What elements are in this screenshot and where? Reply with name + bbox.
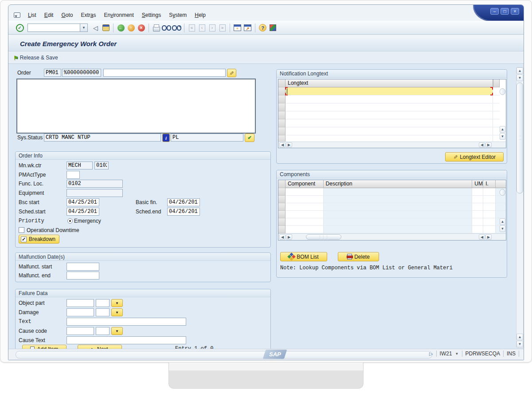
operational-downtime-checkbox[interactable] — [19, 227, 24, 233]
edit-text-button[interactable]: ✎ — [227, 69, 236, 77]
object-part-group-field[interactable] — [66, 299, 94, 307]
row-selector[interactable] — [278, 95, 286, 103]
pmacttype-field[interactable] — [66, 171, 80, 179]
components-row[interactable] — [278, 203, 506, 211]
longtext-row[interactable] — [278, 87, 506, 95]
text-field[interactable] — [66, 318, 186, 326]
components-cell[interactable] — [472, 226, 483, 233]
longtext-column-header[interactable]: Longtext — [286, 79, 493, 87]
nextpage-icon[interactable]: › — [207, 24, 217, 32]
longtext-row[interactable] — [278, 119, 506, 127]
menu-item-settings[interactable]: Settings — [138, 11, 165, 20]
exit-icon[interactable]: ↑ — [126, 24, 136, 32]
components-cell[interactable] — [324, 203, 473, 211]
components-cell[interactable] — [324, 188, 473, 196]
command-dropdown-icon[interactable]: ▼ — [80, 24, 88, 32]
row-selector[interactable] — [278, 127, 286, 135]
cause-text-field[interactable] — [66, 336, 186, 344]
components-cell[interactable] — [286, 218, 324, 226]
session-icon[interactable]: ✳ — [233, 24, 242, 32]
longtext-active-cell[interactable] — [286, 87, 493, 95]
close-icon[interactable]: × — [511, 8, 519, 15]
transaction-code[interactable]: IW21 — [440, 351, 452, 357]
bom-list-button[interactable]: BOM List — [280, 252, 327, 261]
command-field[interactable] — [27, 24, 80, 32]
menu-item-system[interactable]: System — [165, 11, 191, 20]
damage-code-field[interactable] — [96, 308, 110, 316]
row-selector[interactable] — [278, 119, 286, 127]
main-vscroll-down2-icon[interactable]: ▼ — [516, 341, 523, 347]
row-selector[interactable] — [278, 103, 286, 111]
components-cell[interactable] — [286, 211, 324, 218]
row-selector[interactable] — [278, 226, 286, 233]
components-column-header-i[interactable]: I. — [483, 180, 496, 188]
main-vscroll-up-icon[interactable]: ▲ — [516, 67, 523, 74]
longtext-editor-button[interactable]: ✎ Longtext Editor — [445, 152, 504, 162]
malfunct-end-field[interactable] — [66, 272, 99, 280]
menu-item-list[interactable]: List — [24, 11, 40, 20]
longtext-vscroll-thumb[interactable] — [500, 88, 505, 95]
find-icon[interactable] — [162, 24, 171, 32]
print-icon[interactable] — [152, 24, 161, 32]
add-item-button[interactable]: Add Item — [22, 345, 66, 349]
components-cell[interactable] — [483, 188, 496, 196]
longtext-vscroll-up-icon[interactable]: ▲ — [500, 126, 505, 133]
cause-code-field[interactable] — [96, 327, 110, 335]
func-loc-field[interactable] — [66, 180, 123, 188]
row-selector[interactable] — [278, 188, 286, 196]
performance-assistant-icon[interactable]: ▷ — [429, 351, 433, 357]
components-cell[interactable] — [286, 188, 324, 196]
row-selector[interactable] — [278, 111, 286, 119]
longtext-row[interactable] — [278, 111, 506, 119]
components-hscroll-left2-icon[interactable]: ◀ — [479, 234, 485, 240]
longtext-cell[interactable] — [286, 111, 493, 119]
cause-group-field[interactable] — [66, 327, 94, 335]
components-row[interactable] — [278, 226, 506, 233]
damage-group-field[interactable] — [66, 308, 94, 316]
components-row[interactable] — [278, 188, 506, 196]
components-hscroll-thumb[interactable]: ⋮⋮⋮ — [306, 234, 341, 240]
lastpage-icon[interactable]: » — [218, 24, 227, 32]
order-type-field[interactable] — [44, 69, 61, 77]
malfunct-start-field[interactable] — [66, 263, 99, 271]
select-all-cell[interactable] — [278, 79, 286, 87]
longtext-cell[interactable] — [286, 103, 493, 111]
save-icon[interactable] — [101, 24, 110, 32]
backnav-icon[interactable]: ◁ — [91, 24, 100, 32]
user-status-field[interactable] — [171, 134, 243, 142]
longtext-hscroll-right-icon[interactable]: ▶ — [286, 142, 292, 147]
components-cell[interactable] — [483, 203, 496, 211]
breakdown-checkbox[interactable] — [21, 236, 27, 242]
shortcut-icon[interactable]: ↗ — [243, 24, 252, 32]
back-icon[interactable]: ← — [116, 24, 125, 32]
components-column-header-component[interactable]: Component — [286, 180, 324, 188]
help-icon[interactable]: ? — [258, 24, 267, 32]
breakdown-toggle[interactable]: Breakdown — [19, 235, 59, 244]
chevron-down-icon[interactable]: ▼ — [455, 352, 459, 356]
components-cell[interactable] — [472, 196, 483, 203]
sys-status-field[interactable] — [44, 134, 161, 142]
longtext-vscroll-down-icon[interactable]: ▼ — [500, 133, 505, 140]
components-cell[interactable] — [324, 196, 473, 203]
components-hscroll-right2-icon[interactable]: ▶ — [485, 234, 492, 240]
components-cell[interactable] — [324, 218, 473, 226]
components-column-header-description[interactable]: Description — [324, 180, 473, 188]
row-selector[interactable] — [278, 211, 286, 218]
cancel-icon[interactable]: × — [137, 24, 146, 32]
longtext-cell[interactable] — [286, 119, 493, 127]
cause-code-dropdown[interactable]: ▼ — [111, 327, 123, 335]
row-selector[interactable] — [278, 87, 286, 95]
release-save-button[interactable]: ⚑ Release & Save — [12, 54, 61, 62]
components-vscroll-down-icon[interactable]: ▼ — [500, 225, 505, 232]
components-row[interactable] — [278, 218, 506, 226]
menu-item-extras[interactable]: Extras — [77, 11, 100, 20]
object-part-code-field[interactable] — [96, 299, 110, 307]
components-cell[interactable] — [286, 196, 324, 203]
longtext-hscroll-left-icon[interactable]: ◀ — [279, 142, 286, 147]
row-selector[interactable] — [278, 196, 286, 203]
longtext-hscroll-right2-icon[interactable]: ▶ — [485, 142, 492, 147]
restore-icon[interactable]: □ — [501, 8, 509, 15]
main-vscroll-down-icon[interactable]: ▼ — [516, 75, 523, 81]
order-short-text-field[interactable] — [103, 69, 226, 77]
next-button[interactable]: ▶ Next — [78, 345, 122, 349]
